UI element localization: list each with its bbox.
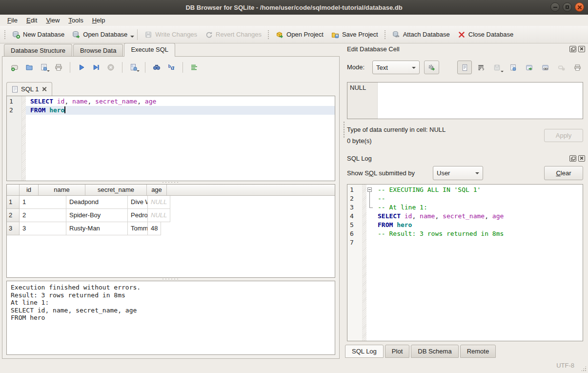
fold-marker[interactable] [366,229,373,238]
open-database-button[interactable]: Open Database [68,29,131,41]
open-project-button[interactable]: Open Project [272,29,327,41]
find-button[interactable] [150,61,163,74]
attach-database-button[interactable]: Attach Database [388,29,454,41]
float-dock-button[interactable] [569,46,576,52]
dock-splitter-grip[interactable] [343,121,345,138]
revert-changes-label: Revert Changes [216,31,262,38]
execute-sql-pane: ba SQL 1 1 [2,56,340,359]
clear-log-button[interactable]: Clear [544,166,583,180]
results-column-header[interactable]: age [147,185,167,195]
bottom-tab[interactable]: SQL Log [345,345,384,358]
sql-editor[interactable]: 1 SELECT id, name, secret_name, age 2 FR… [6,96,335,181]
sql-log-view[interactable]: 1 -- EXECUTING ALL IN 'SQL 1' 2 -- 3 -- [347,184,583,341]
row-number-cell[interactable]: 2 [7,209,20,222]
log-text [373,238,583,247]
toolbar-grip[interactable] [267,30,270,40]
bottom-tab[interactable]: Remote [460,345,496,358]
results-column-header[interactable]: id [20,185,39,195]
row-number-cell[interactable]: 3 [7,222,20,235]
open-in-external-button[interactable] [522,61,536,74]
fold-marker[interactable] [366,212,373,221]
print-button[interactable] [52,61,65,74]
line-number: 3 [347,203,363,212]
results-cell[interactable]: Rusty-Man [66,222,128,235]
close-dock-button[interactable] [578,46,585,52]
word-wrap-button[interactable] [473,61,488,74]
open-database-dropdown-caret[interactable] [130,36,134,40]
close-tab-icon[interactable] [41,86,47,92]
menu-item[interactable]: View [41,15,64,25]
new-database-button[interactable]: New Database [8,29,68,41]
new-sql-tab-button[interactable] [8,61,21,74]
editor-line[interactable]: 1 SELECT id, name, secret_name, age [7,97,335,106]
row-number-cell[interactable]: 1 [7,196,20,209]
main-tab[interactable]: Execute SQL [124,43,175,57]
close-button[interactable] [575,2,584,12]
fold-marker[interactable] [366,203,373,212]
fold-marker[interactable] [366,221,373,229]
results-cell[interactable]: Dive Wilson [128,196,148,209]
log-line: 3 -- At line 1: [347,203,583,212]
results-cell[interactable]: Tommy Sharp [128,222,148,235]
results-cell[interactable]: NULL [148,196,170,209]
results-cell[interactable]: 3 [20,222,66,235]
results-cell[interactable]: Pedro Parqueador [128,209,148,222]
menu-item[interactable]: Edit [22,15,41,25]
fold-marker[interactable] [366,194,373,203]
results-cell[interactable]: Spider-Boy [66,209,128,222]
results-cell[interactable]: 48 [148,222,161,235]
save-project-button[interactable]: Save Project [327,29,382,41]
print-cell-button[interactable] [570,61,585,74]
text-mode-button[interactable] [457,61,472,74]
filter-label: Show SQL submitted by [347,169,415,177]
results-cell[interactable]: Deadpond [66,196,128,209]
main-tab[interactable]: Database Structure [4,44,72,57]
format-sql-button[interactable] [188,61,201,74]
attach-database-label: Attach Database [403,31,450,38]
import-settings-button[interactable] [424,61,439,74]
close-dock-button[interactable] [578,155,585,162]
editor-line[interactable]: 2 FROM hero [7,106,335,115]
save-sql-file-button[interactable] [38,61,50,74]
menu-item[interactable]: Tools [64,15,87,25]
copy-link-button[interactable] [538,61,552,74]
editor-results-splitter[interactable] [6,180,335,184]
bottom-tab[interactable]: Plot [385,345,409,358]
menu-item[interactable]: File [3,15,22,25]
minimize-button[interactable] [550,2,560,12]
set-null-icon [558,64,565,71]
results-column-header[interactable]: secret_name [85,185,147,195]
main-tab-bar: Database StructureBrowse DataExecute SQL [4,43,175,57]
log-line: 6 -- Result: 3 rows returned in 8ms [347,229,583,238]
results-column-header[interactable]: name [39,185,85,195]
save-results-button[interactable] [127,61,140,74]
sql-editor-tab[interactable]: SQL 1 [6,82,52,96]
results-message-splitter[interactable] [6,277,335,281]
open-sql-file-button[interactable] [23,61,36,74]
window-resize-grip[interactable] [581,366,587,372]
toolbar-grip[interactable] [4,30,6,40]
menu-item[interactable]: Help [88,15,110,25]
submitted-by-combobox[interactable]: User [433,166,483,180]
results-cell[interactable]: 1 [20,196,66,209]
close-database-button[interactable]: Close Database [454,29,518,41]
execute-current-line-button[interactable] [90,61,102,74]
attach-database-icon [392,31,400,39]
export-cell-data-button[interactable] [506,61,520,74]
results-cell[interactable]: 2 [20,209,66,222]
bottom-tab[interactable]: DB Schema [411,345,458,358]
float-dock-button[interactable] [569,155,576,162]
find-replace-button[interactable]: ba [165,61,178,74]
link-icon [542,64,549,71]
fold-marker[interactable] [366,238,373,247]
cell-value-area[interactable] [378,83,583,119]
execute-all-button[interactable] [75,61,88,74]
maximize-button[interactable] [563,2,572,12]
mode-combobox[interactable]: Text [372,61,420,74]
fold-marker[interactable] [366,186,373,194]
main-tab[interactable]: Browse Data [73,44,123,57]
results-cell[interactable]: NULL [148,209,170,222]
results-corner-cell[interactable] [7,185,20,195]
toolbar-grip[interactable] [384,30,386,40]
cell-value-editor[interactable]: NULL [347,82,583,119]
